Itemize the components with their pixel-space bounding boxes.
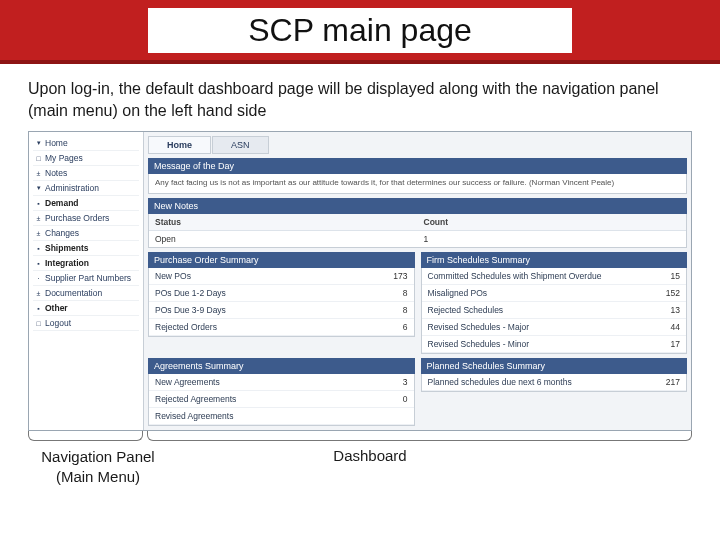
nav-label: Demand xyxy=(45,198,79,208)
row-value: 17 xyxy=(671,339,680,349)
nav-label: Integration xyxy=(45,258,89,268)
row-label: New POs xyxy=(155,271,191,281)
nav-label: Notes xyxy=(45,168,67,178)
nav-label: Documentation xyxy=(45,288,102,298)
intro-text: Upon log-in, the default dashboard page … xyxy=(0,64,720,129)
tab-home[interactable]: Home xyxy=(148,136,211,154)
table-row[interactable]: Revised Schedules - Major44 xyxy=(422,319,687,336)
brace-dash xyxy=(147,431,692,441)
new-notes-section: New Notes Status Count Open 1 xyxy=(148,198,687,248)
table-row[interactable]: New POs173 xyxy=(149,268,414,285)
nav-label: Other xyxy=(45,303,68,313)
table-row[interactable]: Rejected Agreements0 xyxy=(149,391,414,408)
table-row[interactable]: Planned schedules due next 6 months217 xyxy=(422,374,687,391)
brace-annotation xyxy=(28,431,692,441)
navigation-panel: ▾Home □My Pages ±Notes ▾Administration ▪… xyxy=(29,132,144,430)
summary-row-1: Purchase Order Summary New POs173 POs Du… xyxy=(148,252,687,354)
nav-demand[interactable]: ▪Demand xyxy=(33,196,139,211)
brace-nav xyxy=(28,431,143,441)
table-row[interactable]: Misaligned POs152 xyxy=(422,285,687,302)
row-label: POs Due 3-9 Days xyxy=(155,305,226,315)
col-count: Count xyxy=(418,214,687,230)
row-value: 44 xyxy=(671,322,680,332)
tab-asn[interactable]: ASN xyxy=(212,136,269,154)
agreements-summary: Agreements Summary New Agreements3 Rejec… xyxy=(148,358,415,426)
expand-icon: ± xyxy=(35,170,42,177)
row-value: 13 xyxy=(671,305,680,315)
nav-documentation[interactable]: ±Documentation xyxy=(33,286,139,301)
expand-icon: ± xyxy=(35,230,42,237)
table-row[interactable]: Revised Schedules - Minor17 xyxy=(422,336,687,353)
agr-header: Agreements Summary xyxy=(148,358,415,374)
po-header: Purchase Order Summary xyxy=(148,252,415,268)
row-label: Revised Schedules - Minor xyxy=(428,339,530,349)
row-value: 8 xyxy=(403,288,408,298)
nav-my-pages[interactable]: □My Pages xyxy=(33,151,139,166)
row-value: 15 xyxy=(671,271,680,281)
notes-columns: Status Count xyxy=(149,214,686,231)
expand-icon: ± xyxy=(35,290,42,297)
label-dashboard: Dashboard xyxy=(168,447,692,486)
nav-purchase-orders[interactable]: ±Purchase Orders xyxy=(33,211,139,226)
table-row[interactable]: Revised Agreements xyxy=(149,408,414,425)
row-value: 217 xyxy=(666,377,680,387)
row-value: 173 xyxy=(393,271,407,281)
motd-header: Message of the Day xyxy=(148,158,687,174)
row-value: 3 xyxy=(403,377,408,387)
row-label: Rejected Orders xyxy=(155,322,217,332)
row-value: 0 xyxy=(403,394,408,404)
motd-body: Any fact facing us is not as important a… xyxy=(148,174,687,193)
note-status: Open xyxy=(149,231,418,247)
nav-administration[interactable]: ▾Administration xyxy=(33,181,139,196)
plan-header: Planned Schedules Summary xyxy=(421,358,688,374)
row-label: Rejected Agreements xyxy=(155,394,236,404)
table-row[interactable]: Rejected Schedules13 xyxy=(422,302,687,319)
row-label: Revised Schedules - Major xyxy=(428,322,530,332)
row-value: 8 xyxy=(403,305,408,315)
nav-label: Logout xyxy=(45,318,71,328)
row-label: Revised Agreements xyxy=(155,411,233,421)
bullet-icon: ▪ xyxy=(35,260,42,267)
title-bar: SCP main page xyxy=(0,0,720,64)
nav-shipments[interactable]: ▪Shipments xyxy=(33,241,139,256)
expand-icon: ▾ xyxy=(35,139,42,147)
nav-home[interactable]: ▾Home xyxy=(33,136,139,151)
nav-label: Supplier Part Numbers xyxy=(45,273,131,283)
planned-summary: Planned Schedules Summary Planned schedu… xyxy=(421,358,688,426)
dashboard-screenshot: ▾Home □My Pages ±Notes ▾Administration ▪… xyxy=(28,131,692,431)
row-label: POs Due 1-2 Days xyxy=(155,288,226,298)
expand-icon: ± xyxy=(35,215,42,222)
nav-label: My Pages xyxy=(45,153,83,163)
nav-logout[interactable]: □Logout xyxy=(33,316,139,331)
row-label: New Agreements xyxy=(155,377,220,387)
row-label: Misaligned POs xyxy=(428,288,488,298)
table-row[interactable]: Committed Schedules with Shipment Overdu… xyxy=(422,268,687,285)
row-value: 6 xyxy=(403,322,408,332)
col-status: Status xyxy=(149,214,418,230)
label-nav: Navigation Panel (Main Menu) xyxy=(28,447,168,486)
nav-changes[interactable]: ±Changes xyxy=(33,226,139,241)
notes-header: New Notes xyxy=(148,198,687,214)
nav-integration[interactable]: ▪Integration xyxy=(33,256,139,271)
table-row[interactable]: Rejected Orders6 xyxy=(149,319,414,336)
table-row[interactable]: New Agreements3 xyxy=(149,374,414,391)
motd-section: Message of the Day Any fact facing us is… xyxy=(148,158,687,193)
nav-notes[interactable]: ±Notes xyxy=(33,166,139,181)
firm-summary: Firm Schedules Summary Committed Schedul… xyxy=(421,252,688,354)
box-icon: □ xyxy=(35,155,42,162)
nav-label: Shipments xyxy=(45,243,88,253)
po-summary: Purchase Order Summary New POs173 POs Du… xyxy=(148,252,415,354)
box-icon: □ xyxy=(35,320,42,327)
bullet-icon: ▪ xyxy=(35,305,42,312)
expand-icon: ▾ xyxy=(35,184,42,192)
nav-supplier-part[interactable]: ·Supplier Part Numbers xyxy=(33,271,139,286)
tabs: Home ASN xyxy=(148,136,687,154)
nav-other[interactable]: ▪Other xyxy=(33,301,139,316)
summary-row-2: Agreements Summary New Agreements3 Rejec… xyxy=(148,358,687,426)
notes-row[interactable]: Open 1 xyxy=(149,231,686,247)
firm-header: Firm Schedules Summary xyxy=(421,252,688,268)
annotation-labels: Navigation Panel (Main Menu) Dashboard xyxy=(28,447,692,486)
table-row[interactable]: POs Due 3-9 Days8 xyxy=(149,302,414,319)
table-row[interactable]: POs Due 1-2 Days8 xyxy=(149,285,414,302)
row-label: Planned schedules due next 6 months xyxy=(428,377,572,387)
